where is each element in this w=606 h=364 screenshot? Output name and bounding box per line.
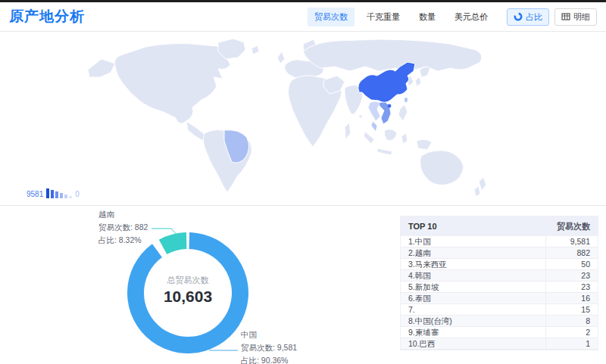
table-row: 9.柬埔寨2: [401, 327, 598, 338]
donut-center-label: 总贸易次数: [164, 275, 212, 286]
table-row: 4.韩国23: [401, 270, 598, 282]
page-title: 原产地分析: [9, 7, 85, 26]
callout-percent: 占比: 90.36%: [241, 354, 297, 364]
world-map[interactable]: [15, 36, 591, 197]
table-row: 3.马来西亚50: [401, 259, 598, 270]
country-taiwan[interactable]: [405, 98, 408, 102]
table-header-row: TOP 10 贸易次数: [401, 216, 598, 236]
donut-center-value: 10,603: [164, 288, 212, 306]
leader-line-vietnam: [152, 229, 176, 235]
table-row: 5.新加坡23: [401, 282, 598, 293]
view-detail-button[interactable]: 明细: [554, 8, 597, 26]
legend-min: 0: [75, 191, 80, 198]
view-proportion-button[interactable]: 占比: [507, 8, 549, 26]
view-detail-label: 明细: [573, 11, 590, 23]
country-thailand[interactable]: [368, 101, 380, 121]
bottom-section: 总贸易次数 10,603 越南 贸易次数: 882 占比: 8.32% 中国 贸…: [0, 206, 606, 364]
callout-value: 贸易次数: 882: [98, 221, 148, 234]
metric-kg-weight-button[interactable]: 千克重量: [360, 8, 407, 26]
top10-table: TOP 10 贸易次数 1.中国9,581 2.越南882 3.马来西亚50 4…: [400, 216, 598, 350]
country-malaysia[interactable]: [371, 121, 377, 132]
callout-name: 越南: [98, 208, 148, 221]
landmass[interactable]: [88, 39, 486, 197]
table-row: 7.15: [401, 304, 598, 316]
window-edge-bottom: [0, 206, 606, 207]
map-legend: 9581 0: [27, 188, 80, 198]
callout-name: 中国: [241, 328, 297, 341]
donut-chart: 总贸易次数 10,603 越南 贸易次数: 882 占比: 8.32% 中国 贸…: [0, 206, 394, 364]
world-map-section: 9581 0: [0, 32, 606, 206]
hainan-island[interactable]: [388, 104, 392, 108]
page-header: 原产地分析 贸易次数 千克重量 数量 美元总价 占比: [0, 2, 606, 32]
donut-callout-china: 中国 贸易次数: 9,581 占比: 90.36%: [241, 328, 297, 364]
metric-quantity-button[interactable]: 数量: [412, 8, 442, 26]
view-proportion-label: 占比: [526, 11, 542, 23]
table-row: 10.巴西1: [401, 338, 598, 350]
legend-max: 9581: [27, 191, 43, 198]
metric-usd-total-button[interactable]: 美元总价: [448, 8, 495, 26]
donut-callout-vietnam: 越南 贸易次数: 882 占比: 8.32%: [98, 208, 148, 247]
table-icon: [561, 12, 570, 21]
donut-center: 总贸易次数 10,603: [164, 275, 212, 306]
origin-analysis-page: 原产地分析 贸易次数 千克重量 数量 美元总价 占比: [0, 0, 606, 364]
callout-value: 贸易次数: 9,581: [241, 341, 297, 354]
table-value-header: 贸易次数: [545, 216, 598, 236]
metric-trade-count-button[interactable]: 贸易次数: [308, 8, 355, 26]
map-legend-scale: [46, 188, 72, 198]
callout-percent: 占比: 8.32%: [98, 234, 148, 247]
toolbar: 贸易次数 千克重量 数量 美元总价 占比: [308, 8, 597, 26]
donut-icon: [514, 12, 523, 21]
window-edge-top: [0, 0, 606, 2]
table-row: 8.中国(台湾)8: [401, 316, 598, 327]
view-toggle-group: 占比 明细: [507, 8, 597, 26]
table-row: 1.中国9,581: [401, 236, 598, 247]
donut-slice-vietnam[interactable]: [159, 232, 187, 254]
table-row: 2.越南882: [401, 247, 598, 259]
table-title: TOP 10: [401, 216, 545, 236]
table-row: 6.泰国16: [401, 293, 598, 304]
